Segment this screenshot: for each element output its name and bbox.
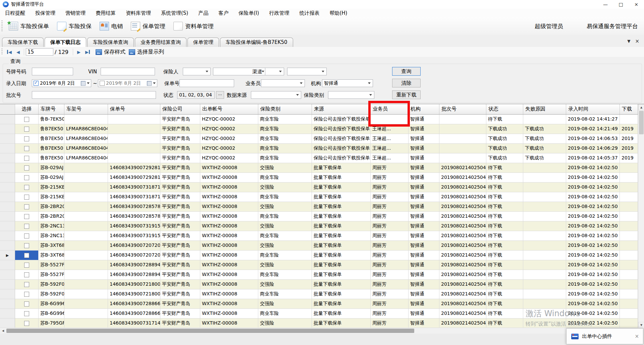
horizontal-scrollbar[interactable]: ◀ ▶ <box>0 328 638 334</box>
menu-item[interactable]: 保险单(I) <box>233 10 264 16</box>
toolbar-button[interactable]: 车险投保单 <box>5 20 53 32</box>
menu-item[interactable]: 营销管理 <box>60 10 91 16</box>
column-header-entry[interactable]: 录入时间 <box>566 104 620 114</box>
tab[interactable]: 车险投保单查询 <box>87 38 134 47</box>
column-header-download[interactable]: 下载 <box>620 104 638 114</box>
row-checkbox[interactable] <box>24 185 29 190</box>
minimize-button[interactable]: — <box>598 0 613 9</box>
menu-item[interactable]: 客户 <box>213 10 233 16</box>
menu-item[interactable]: 产品 <box>193 10 213 16</box>
plate-number-input[interactable] <box>32 68 73 75</box>
insured-type-select[interactable] <box>183 68 211 75</box>
page-number-input[interactable] <box>26 48 53 56</box>
last-page-button[interactable]: ▶ <box>83 50 92 55</box>
maximize-button[interactable]: □ <box>613 0 629 9</box>
entry-date-from-picker[interactable]: 2019年 8月 2日 <box>32 79 91 87</box>
row-checkbox[interactable] <box>24 272 29 277</box>
tab[interactable]: 保单下载日志 <box>45 37 86 47</box>
date-from-checkbox[interactable] <box>34 81 39 86</box>
organization-select[interactable]: 智择通 <box>322 79 373 87</box>
row-checkbox[interactable] <box>24 195 29 200</box>
toolbar-button[interactable]: 车险投保 <box>53 20 96 32</box>
batch-number-input[interactable] <box>32 91 156 99</box>
tab[interactable]: 业务费用结算查询 <box>135 38 186 47</box>
row-checkbox[interactable] <box>24 156 29 161</box>
row-checkbox[interactable] <box>24 214 29 219</box>
column-header-vin[interactable]: 车架号 <box>64 104 108 114</box>
close-button[interactable]: × <box>629 0 644 9</box>
redownload-button[interactable]: 重新下载 <box>392 90 421 99</box>
next-page-button[interactable]: ▶ <box>75 50 83 55</box>
row-checkbox[interactable] <box>24 175 29 180</box>
plugin-notification[interactable]: 出单中心插件 × <box>566 328 643 344</box>
agent-select[interactable] <box>261 79 305 87</box>
tab-close-icon[interactable]: × <box>635 38 639 44</box>
menu-item[interactable]: 帮助(H) <box>324 10 352 16</box>
column-header-status[interactable]: 状态 <box>486 104 523 114</box>
entry-date-to-picker[interactable]: 2019年 8月 2日 <box>98 79 157 87</box>
column-header-fail[interactable]: 失败原因 <box>523 104 566 114</box>
scroll-down-icon[interactable]: ▼ <box>638 322 644 328</box>
search-button[interactable]: 查询 <box>392 67 421 76</box>
column-header-select[interactable]: 选择 <box>15 104 39 114</box>
date-to-checkbox[interactable] <box>100 81 105 86</box>
menu-item[interactable]: 投保管理 <box>30 10 60 16</box>
row-checkbox[interactable] <box>24 204 29 209</box>
row-checkbox[interactable] <box>24 292 29 297</box>
status-more-button[interactable]: ··· <box>216 91 224 99</box>
row-checkbox[interactable] <box>24 127 29 132</box>
toolbar-button[interactable]: 保单管理 <box>127 20 169 32</box>
clear-button[interactable]: 清除 <box>392 79 421 87</box>
horizontal-scroll-thumb[interactable] <box>6 329 414 333</box>
toolbar-button[interactable]: 资料单管理 <box>169 20 218 32</box>
row-checkbox[interactable] <box>24 263 29 268</box>
row-checkbox[interactable] <box>24 253 29 258</box>
policy-number-input[interactable] <box>179 79 234 87</box>
row-checkbox[interactable] <box>24 224 29 229</box>
vin-input[interactable] <box>101 68 155 75</box>
row-checkbox[interactable] <box>24 311 29 316</box>
column-header-source[interactable]: 来源 <box>312 104 371 114</box>
column-header-company[interactable]: 保险公司 <box>160 104 200 114</box>
row-indicator <box>0 309 15 319</box>
previous-page-button[interactable]: ◀ <box>14 50 22 55</box>
tab-list-dropdown-icon[interactable]: ▼ <box>627 39 630 44</box>
column-header-batch[interactable]: 批次号 <box>439 104 486 114</box>
menu-item[interactable]: 费用结算 <box>91 10 121 16</box>
scroll-left-icon[interactable]: ◀ <box>0 328 6 334</box>
notification-close-icon[interactable]: × <box>635 333 639 339</box>
column-header-account[interactable]: 出单帐号 <box>200 104 258 114</box>
save-style-button[interactable]: 保存样式 <box>96 49 125 56</box>
scroll-up-icon[interactable]: ▲ <box>638 104 644 110</box>
column-header-plate[interactable]: 车牌号 <box>39 104 64 114</box>
select-columns-button[interactable]: 选择显示列 <box>129 49 164 56</box>
row-checkbox[interactable] <box>24 165 29 170</box>
menu-item[interactable]: 行政管理 <box>264 10 294 16</box>
row-checkbox[interactable] <box>24 233 29 238</box>
tab[interactable]: 保单管理 <box>187 38 219 47</box>
menu-item[interactable]: 资料库管理 <box>121 10 156 16</box>
row-checkbox[interactable] <box>24 146 29 151</box>
column-header-type[interactable]: 保险类别 <box>258 104 312 114</box>
column-header-policy[interactable]: 保单号 <box>108 104 160 114</box>
menu-item[interactable]: 系统管理(S) <box>156 10 193 16</box>
column-header-org[interactable]: 机构 <box>409 104 439 114</box>
data-source-select[interactable] <box>251 91 301 99</box>
vertical-scrollbar[interactable]: ▲ ▼ <box>638 104 644 328</box>
first-page-button[interactable]: ◀ <box>5 50 14 55</box>
row-checkbox[interactable] <box>24 136 29 141</box>
row-checkbox[interactable] <box>24 301 29 306</box>
menu-item[interactable]: 统计报表 <box>294 10 324 16</box>
row-checkbox[interactable] <box>24 243 29 248</box>
row-checkbox[interactable] <box>24 117 29 122</box>
tab[interactable]: 车险保单下载 <box>2 38 44 47</box>
row-checkbox[interactable] <box>24 321 29 326</box>
channel-type-select[interactable] <box>265 68 284 75</box>
menu-item[interactable]: 日程提醒 <box>0 10 30 16</box>
row-checkbox[interactable] <box>24 282 29 287</box>
tab[interactable]: 车险投保单编辑-鲁B7EK50 <box>220 38 293 47</box>
vertical-scroll-thumb[interactable] <box>639 111 644 134</box>
channel-name-select[interactable] <box>287 68 327 75</box>
toolbar-button[interactable]: 电销 <box>96 20 127 32</box>
insurance-type-select[interactable] <box>328 91 374 99</box>
